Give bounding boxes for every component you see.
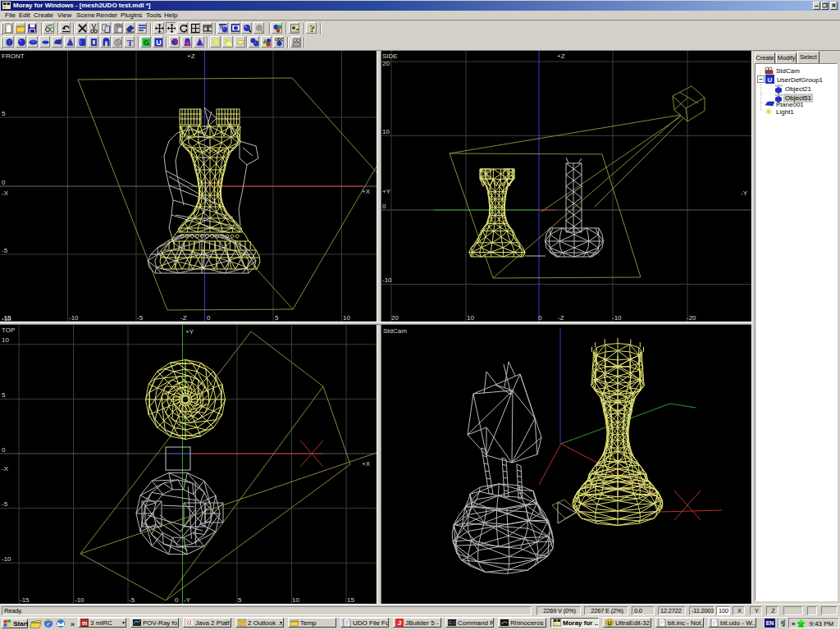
svg-text:-Y: -Y xyxy=(184,596,191,604)
svg-text:-15: -15 xyxy=(20,596,30,604)
svg-text:+X: +X xyxy=(362,460,371,468)
svg-text:SIDE: SIDE xyxy=(382,52,398,60)
svg-text:0: 0 xyxy=(2,179,6,186)
svg-text:0: 0 xyxy=(382,203,386,210)
svg-text:U: U xyxy=(768,76,773,84)
svg-text:5: 5 xyxy=(2,391,6,399)
svg-text:U: U xyxy=(607,620,611,626)
svg-text:Plane001: Plane001 xyxy=(776,101,804,108)
svg-text:10: 10 xyxy=(467,314,474,322)
svg-text:-10: -10 xyxy=(382,276,392,284)
svg-text:15: 15 xyxy=(347,596,354,604)
svg-text:10: 10 xyxy=(292,596,299,604)
svg-text:0: 0 xyxy=(207,314,211,322)
svg-text:5: 5 xyxy=(238,596,242,604)
svg-text:20: 20 xyxy=(382,60,390,67)
svg-text:5: 5 xyxy=(2,110,6,117)
svg-text:FRONT: FRONT xyxy=(2,52,25,60)
svg-text:UserDefGroup1: UserDefGroup1 xyxy=(777,76,824,84)
svg-text:m: m xyxy=(82,620,87,626)
svg-text:-X: -X xyxy=(2,465,9,472)
svg-text:»: » xyxy=(71,620,75,628)
svg-text:Light1: Light1 xyxy=(776,108,794,116)
svg-text:10: 10 xyxy=(382,128,390,135)
svg-text:TOP: TOP xyxy=(2,326,15,334)
svg-text:StdCam: StdCam xyxy=(383,327,407,335)
svg-text:-Z: -Z xyxy=(558,314,564,322)
svg-text:+Z: +Z xyxy=(187,52,195,60)
svg-text:-5: -5 xyxy=(2,247,8,254)
svg-text:-X: -X xyxy=(2,189,9,197)
svg-text:10: 10 xyxy=(2,336,9,344)
svg-text:-20: -20 xyxy=(687,314,696,322)
svg-text:G: G xyxy=(144,39,149,47)
svg-text:-15: -15 xyxy=(2,314,11,322)
svg-text:StdCam: StdCam xyxy=(776,67,800,75)
svg-text:5: 5 xyxy=(275,314,279,322)
svg-text:J: J xyxy=(398,619,401,627)
svg-text:-10: -10 xyxy=(75,596,84,604)
svg-text:-5: -5 xyxy=(129,596,135,604)
svg-text:+X: +X xyxy=(362,188,371,195)
svg-text:20: 20 xyxy=(391,314,399,322)
svg-text:-5: -5 xyxy=(137,314,144,322)
svg-text:+Z: +Z xyxy=(557,52,565,60)
svg-text:0: 0 xyxy=(538,314,542,322)
svg-text:?: ? xyxy=(309,23,314,34)
svg-text:U: U xyxy=(156,39,162,47)
svg-text:0: 0 xyxy=(175,596,179,604)
svg-text:-Y: -Y xyxy=(741,189,748,197)
svg-text:-10: -10 xyxy=(69,314,79,322)
svg-text:-10: -10 xyxy=(612,314,622,322)
svg-text:+Y: +Y xyxy=(185,328,194,336)
svg-text:+Y: +Y xyxy=(382,188,391,195)
svg-text:-5: -5 xyxy=(2,500,8,508)
svg-text:0: 0 xyxy=(2,446,6,454)
svg-text:T: T xyxy=(127,38,134,48)
svg-text:10: 10 xyxy=(343,314,350,322)
svg-text:Object21: Object21 xyxy=(785,85,812,93)
svg-text:-10: -10 xyxy=(2,555,11,563)
svg-text:C:\: C:\ xyxy=(449,620,455,625)
svg-text:-Z: -Z xyxy=(180,314,187,322)
